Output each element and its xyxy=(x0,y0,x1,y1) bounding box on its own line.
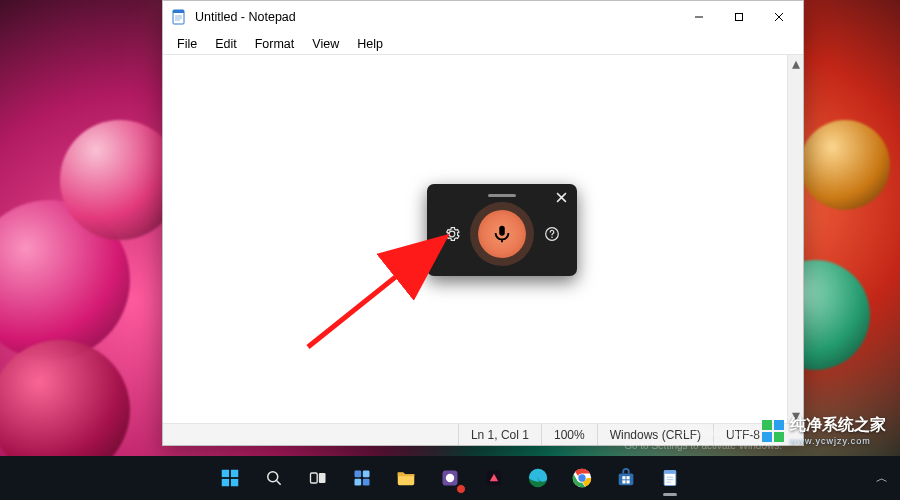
search-button[interactable] xyxy=(254,458,294,498)
close-button[interactable] xyxy=(759,3,799,31)
search-icon xyxy=(264,468,284,488)
menu-edit[interactable]: Edit xyxy=(207,36,245,52)
edge-icon xyxy=(527,467,549,489)
gear-icon xyxy=(443,225,461,243)
menu-file[interactable]: File xyxy=(169,36,205,52)
svg-rect-38 xyxy=(664,471,676,474)
notepad-running[interactable] xyxy=(650,458,690,498)
voice-close-button[interactable] xyxy=(547,185,575,209)
widgets-button[interactable] xyxy=(342,458,382,498)
menu-help[interactable]: Help xyxy=(349,36,391,52)
drag-handle-icon[interactable] xyxy=(488,194,516,197)
close-icon xyxy=(556,192,567,203)
svg-rect-1 xyxy=(173,10,184,13)
microphone-icon xyxy=(491,223,513,245)
titlebar[interactable]: Untitled - Notepad xyxy=(163,1,803,33)
desktop: Untitled - Notepad File Edit Format View… xyxy=(0,0,900,500)
svg-rect-33 xyxy=(622,476,625,479)
watermark-brand: 纯净系统之家 xyxy=(790,415,886,436)
start-button[interactable] xyxy=(210,458,250,498)
menu-view[interactable]: View xyxy=(304,36,347,52)
window-title: Untitled - Notepad xyxy=(195,10,296,24)
svg-rect-32 xyxy=(619,473,634,485)
svg-rect-17 xyxy=(231,479,238,486)
chevron-up-icon: ︿ xyxy=(876,470,888,487)
app-pinned-1[interactable] xyxy=(430,458,470,498)
watermark-url: www.ycwjzy.com xyxy=(790,436,886,446)
task-view-icon xyxy=(308,468,328,488)
statusbar: Ln 1, Col 1 100% Windows (CRLF) UTF-8 xyxy=(163,423,803,445)
menu-format[interactable]: Format xyxy=(247,36,303,52)
google-chrome[interactable] xyxy=(562,458,602,498)
svg-rect-6 xyxy=(736,14,743,21)
taskbar: ︿ xyxy=(0,456,900,500)
svg-rect-23 xyxy=(363,471,370,478)
notification-badge-icon xyxy=(456,484,466,494)
minimize-button[interactable] xyxy=(679,3,719,31)
voice-mic-button[interactable] xyxy=(478,210,526,258)
store-icon xyxy=(615,467,637,489)
svg-rect-36 xyxy=(626,480,629,483)
microsoft-store[interactable] xyxy=(606,458,646,498)
wallpaper-blob xyxy=(800,120,890,210)
notepad-icon xyxy=(660,468,680,488)
status-position: Ln 1, Col 1 xyxy=(458,424,541,445)
tray-expand-button[interactable]: ︿ xyxy=(872,470,892,487)
svg-point-12 xyxy=(551,236,553,238)
widgets-icon xyxy=(352,468,372,488)
svg-rect-25 xyxy=(363,479,370,486)
folder-icon xyxy=(395,467,417,489)
svg-rect-21 xyxy=(319,473,326,483)
menubar: File Edit Format View Help xyxy=(163,33,803,55)
svg-rect-35 xyxy=(622,480,625,483)
maximize-button[interactable] xyxy=(719,3,759,31)
watermark-logo-icon xyxy=(762,420,784,442)
svg-rect-15 xyxy=(231,470,238,477)
taskbar-center xyxy=(210,456,690,500)
svg-rect-20 xyxy=(311,473,318,483)
scroll-up-button[interactable]: ▴ xyxy=(788,55,804,71)
status-line-ending: Windows (CRLF) xyxy=(597,424,713,445)
svg-rect-22 xyxy=(355,471,362,478)
task-view-button[interactable] xyxy=(298,458,338,498)
svg-rect-24 xyxy=(355,479,362,486)
voice-help-button[interactable] xyxy=(541,223,563,245)
windows-logo-icon xyxy=(219,467,241,489)
chrome-icon xyxy=(571,467,593,489)
svg-rect-16 xyxy=(222,479,229,486)
vertical-scrollbar[interactable]: ▴ ▾ xyxy=(787,55,803,423)
system-tray[interactable]: ︿ xyxy=(872,470,892,487)
svg-point-31 xyxy=(578,474,585,481)
site-watermark: 纯净系统之家 www.ycwjzy.com xyxy=(762,415,886,446)
svg-point-27 xyxy=(446,474,454,482)
notepad-icon xyxy=(171,9,187,25)
voice-typing-panel[interactable] xyxy=(427,184,577,276)
app-icon xyxy=(484,468,504,488)
file-explorer[interactable] xyxy=(386,458,426,498)
app-pinned-2[interactable] xyxy=(474,458,514,498)
svg-point-18 xyxy=(268,472,278,482)
svg-line-19 xyxy=(277,481,281,485)
voice-settings-button[interactable] xyxy=(441,223,463,245)
help-icon xyxy=(543,225,561,243)
svg-rect-14 xyxy=(222,470,229,477)
svg-rect-34 xyxy=(626,476,629,479)
microsoft-edge[interactable] xyxy=(518,458,558,498)
status-zoom: 100% xyxy=(541,424,597,445)
